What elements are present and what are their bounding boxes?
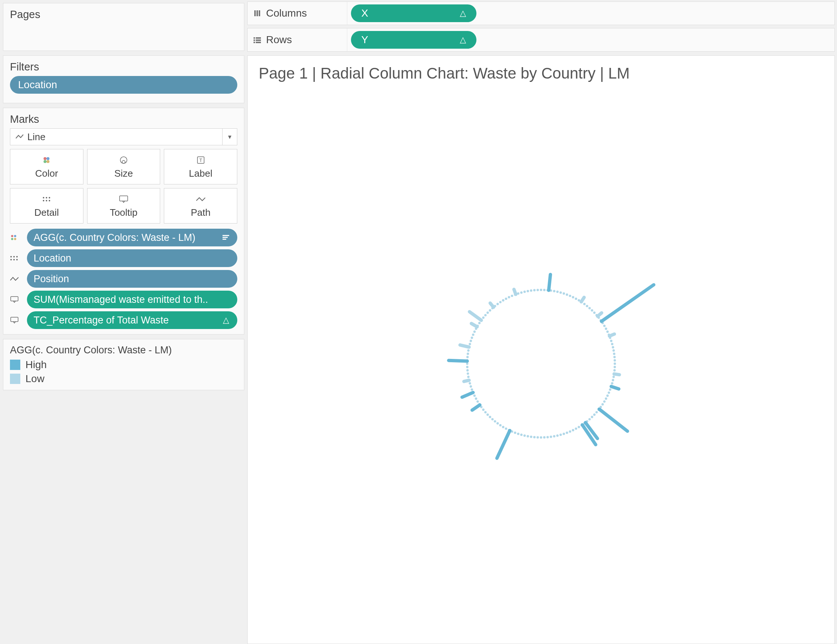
svg-point-140: [467, 376, 469, 378]
svg-point-124: [494, 420, 496, 422]
svg-point-13: [49, 200, 50, 202]
svg-point-173: [520, 292, 523, 293]
viz-title: Page 1 | Radial Column Chart: Waste by C…: [259, 64, 823, 82]
pill-menu-icon[interactable]: [223, 235, 229, 240]
svg-point-165: [496, 303, 499, 305]
filter-pill-location[interactable]: Location: [10, 76, 237, 94]
mark-pill[interactable]: TC_Percentage of Total Waste△: [27, 311, 237, 329]
svg-line-187: [462, 392, 473, 397]
svg-point-83: [608, 392, 610, 393]
svg-point-87: [602, 403, 604, 405]
svg-line-188: [449, 361, 467, 361]
svg-point-78: [613, 376, 615, 378]
legend-item[interactable]: High: [10, 359, 237, 371]
svg-point-17: [11, 238, 13, 240]
svg-point-46: [563, 292, 565, 295]
mark-btn-color[interactable]: Color: [10, 149, 84, 184]
mark-btn-label: Path: [191, 207, 211, 218]
svg-point-10: [49, 197, 50, 198]
mark-btn-path[interactable]: Path: [164, 188, 237, 223]
svg-point-137: [470, 385, 472, 388]
svg-point-103: [560, 434, 562, 436]
svg-rect-20: [223, 237, 228, 238]
columns-shelf[interactable]: Columns X △: [247, 2, 835, 25]
svg-point-8: [43, 197, 44, 198]
mark-pill-label: AGG(c. Country Colors: Waste - LM): [34, 232, 195, 243]
svg-point-44: [556, 291, 558, 293]
svg-point-125: [491, 418, 493, 420]
svg-point-109: [540, 436, 542, 439]
svg-point-167: [502, 299, 504, 302]
svg-rect-21: [223, 239, 226, 240]
rows-shelf[interactable]: Rows Y △: [247, 28, 835, 52]
svg-point-1: [46, 157, 49, 160]
legend-swatch: [10, 374, 20, 384]
svg-point-123: [496, 422, 499, 424]
app-root: Pages Filters Location Marks Line ▾: [0, 0, 837, 644]
filters-card[interactable]: Filters Location: [3, 55, 244, 103]
marks-card: Marks Line ▾ Color: [3, 108, 244, 334]
mark-pill[interactable]: Position: [27, 270, 237, 288]
svg-point-128: [484, 411, 486, 413]
radial-chart: [338, 179, 744, 585]
tooltip-icon: [10, 316, 23, 324]
svg-point-48: [569, 295, 571, 297]
svg-point-53: [583, 303, 585, 305]
svg-point-98: [575, 428, 577, 430]
tooltip-icon: [119, 193, 128, 205]
svg-point-63: [605, 328, 607, 330]
svg-point-151: [470, 340, 472, 342]
mark-btn-tooltip[interactable]: Tooltip: [87, 188, 161, 223]
svg-point-170: [511, 295, 513, 297]
rows-pill-y[interactable]: Y △: [351, 31, 476, 49]
mark-pill[interactable]: SUM(Mismanaged waste emitted to th..: [27, 291, 237, 308]
mark-pill-row: AGG(c. Country Colors: Waste - LM): [10, 229, 237, 246]
svg-point-113: [527, 435, 529, 438]
svg-point-116: [517, 433, 519, 435]
viz-area[interactable]: Page 1 | Radial Column Chart: Waste by C…: [247, 55, 835, 644]
svg-point-141: [467, 372, 469, 375]
svg-rect-29: [11, 317, 18, 322]
mark-btn-label: Tooltip: [110, 207, 137, 218]
rows-label: Rows: [266, 34, 292, 46]
mark-btn-label: Size: [115, 168, 133, 179]
svg-point-56: [591, 309, 593, 311]
svg-point-49: [572, 296, 574, 298]
svg-line-182: [599, 409, 628, 431]
mark-btn-detail[interactable]: Detail: [10, 188, 84, 223]
mark-btn-label: Detail: [34, 207, 59, 218]
left-panel: Pages Filters Location Marks Line ▾: [0, 0, 247, 644]
svg-point-26: [13, 259, 15, 261]
svg-point-85: [605, 398, 607, 400]
svg-point-177: [533, 289, 535, 292]
svg-point-157: [478, 322, 481, 324]
color-icon: [10, 234, 23, 241]
svg-point-45: [560, 292, 562, 293]
svg-point-115: [520, 434, 523, 436]
marktype-select[interactable]: Line ▾: [10, 128, 237, 145]
svg-point-174: [523, 291, 525, 293]
svg-point-114: [523, 434, 525, 437]
svg-rect-19: [223, 235, 229, 236]
pages-card[interactable]: Pages: [3, 3, 244, 51]
columns-pill-x[interactable]: X △: [351, 5, 476, 22]
svg-point-160: [484, 314, 486, 316]
svg-point-90: [595, 411, 597, 413]
path-icon: [10, 276, 23, 282]
mark-pill-label: SUM(Mismanaged waste emitted to th..: [34, 294, 208, 305]
mark-btn-size[interactable]: Size: [87, 149, 161, 184]
chevron-down-icon[interactable]: ▾: [222, 129, 237, 145]
mark-btn-label[interactable]: T Label: [164, 149, 237, 184]
legend-item[interactable]: Low: [10, 373, 237, 385]
svg-line-186: [472, 405, 480, 410]
legend-card[interactable]: AGG(c. Country Colors: Waste - LM) HighL…: [3, 339, 244, 390]
mark-pill[interactable]: AGG(c. Country Colors: Waste - LM): [27, 229, 237, 246]
svg-point-12: [46, 200, 47, 202]
svg-line-189: [581, 297, 584, 302]
svg-point-15: [11, 235, 13, 237]
svg-point-122: [499, 424, 502, 426]
svg-line-194: [460, 345, 469, 347]
svg-text:T: T: [199, 157, 202, 163]
svg-point-71: [613, 352, 615, 355]
mark-pill[interactable]: Location: [27, 249, 237, 267]
